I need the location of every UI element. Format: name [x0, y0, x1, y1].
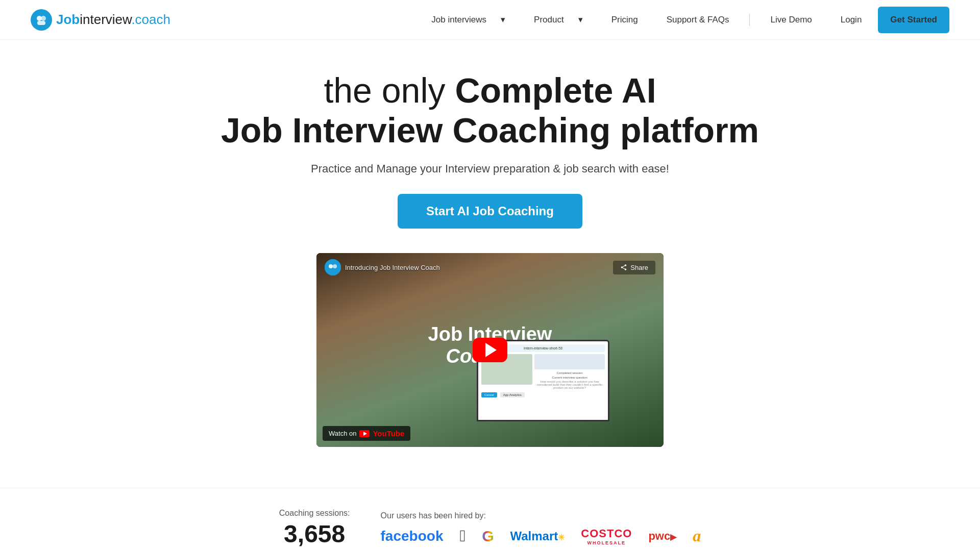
hired-by-label: Our users has been hired by: [381, 511, 701, 520]
get-started-button[interactable]: Get Started [878, 7, 949, 33]
watch-on-youtube[interactable]: Watch on YouTube [323, 426, 410, 441]
hero-title-line2-bold: Job Interview Coaching [221, 111, 610, 149]
youtube-label: YouTube [373, 429, 404, 438]
amazon-logo: a [693, 527, 701, 545]
nav-links: Job interviews ▾ Product ▾ Pricing Suppo… [419, 6, 949, 33]
stats-hired-by: Our users has been hired by: facebook  … [381, 511, 701, 545]
youtube-play-button[interactable] [473, 338, 507, 362]
svg-point-5 [329, 264, 333, 268]
nav-divider [749, 14, 750, 26]
video-share-button[interactable]: Share [613, 261, 655, 274]
hero-title-regular: the only [324, 71, 455, 110]
logo-coach: .coach [131, 12, 170, 27]
company-logos: facebook  G Walmart✳ COSTCO WHOLESALE p… [381, 527, 701, 545]
navbar: Jobinterview.coach Job interviews ▾ Prod… [0, 0, 980, 40]
nav-login[interactable]: Login [828, 7, 874, 33]
hero-title-line2-regular: platform [610, 111, 759, 149]
svg-point-4 [325, 259, 341, 276]
google-logo: G [482, 528, 494, 545]
nav-job-interviews[interactable]: Job interviews ▾ [419, 6, 518, 33]
share-label: Share [630, 264, 648, 271]
channel-title: Introducing Job Interview Coach [345, 264, 440, 271]
nav-support[interactable]: Support & FAQs [654, 7, 742, 33]
video-container[interactable]: Introducing Job Interview Coach Share Jo… [316, 253, 664, 447]
walmart-spark-icon: ✳ [558, 533, 565, 542]
chevron-down-icon: ▾ [495, 10, 511, 29]
costco-logo: COSTCO WHOLESALE [581, 527, 632, 545]
apple-logo:  [459, 527, 465, 545]
channel-avatar [325, 259, 341, 276]
start-ai-coaching-button[interactable]: Start AI Job Coaching [398, 194, 582, 229]
nav-pricing[interactable]: Pricing [599, 7, 650, 33]
nav-product[interactable]: Product ▾ [522, 6, 595, 33]
hero-section: the only Complete AI Job Interview Coach… [0, 40, 980, 467]
facebook-logo: facebook [381, 528, 444, 544]
video-top-bar: Introducing Job Interview Coach Share [316, 253, 664, 282]
svg-rect-3 [37, 21, 45, 25]
hero-subtitle: Practice and Manage your Interview prepa… [20, 162, 960, 176]
logo[interactable]: Jobinterview.coach [31, 9, 170, 31]
pwc-logo: pwc▶ [648, 530, 676, 543]
svg-point-2 [41, 16, 46, 21]
stats-sessions: Coaching sessions: 3,658 [279, 509, 350, 548]
svg-point-6 [333, 264, 337, 268]
nav-live-demo[interactable]: Live Demo [758, 7, 824, 33]
video-channel-info: Introducing Job Interview Coach [325, 259, 440, 276]
logo-interview: interview [80, 12, 131, 27]
coaching-sessions-value: 3,658 [279, 520, 350, 548]
hero-title-bold: Complete AI [455, 71, 656, 110]
watch-on-label: Watch on [329, 430, 356, 437]
logo-job: Job [56, 12, 80, 27]
logo-icon [31, 9, 52, 31]
hero-title: the only Complete AI Job Interview Coach… [20, 70, 960, 150]
chevron-down-icon: ▾ [572, 10, 589, 29]
coaching-sessions-label: Coaching sessions: [279, 509, 350, 518]
walmart-logo: Walmart✳ [510, 529, 565, 543]
video-thumbnail: Introducing Job Interview Coach Share Jo… [316, 253, 664, 447]
stats-section: Coaching sessions: 3,658 Our users has b… [0, 488, 980, 551]
